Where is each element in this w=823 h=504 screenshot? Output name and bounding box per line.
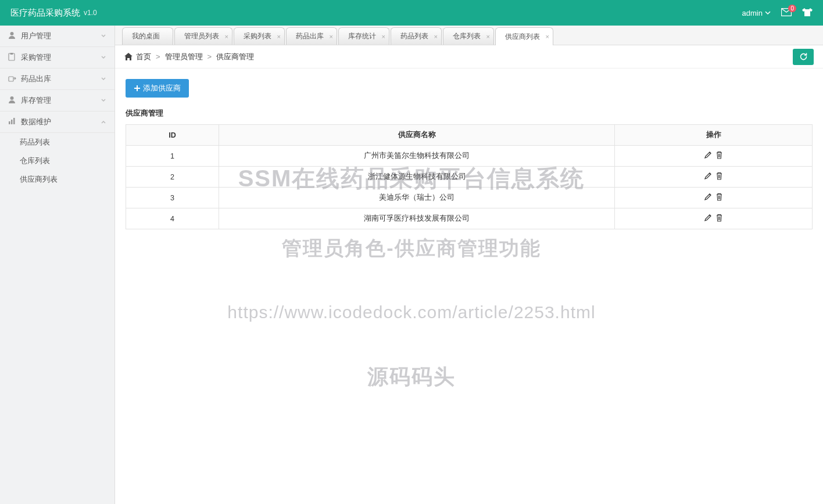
chart-icon	[8, 117, 19, 127]
tab-drug-list[interactable]: 药品列表×	[391, 27, 442, 45]
refresh-button[interactable]	[793, 49, 814, 65]
user-name: admin	[742, 9, 763, 17]
mail-button[interactable]: 0	[781, 8, 792, 18]
nav-drug-out[interactable]: 药品出库	[0, 69, 114, 90]
nav-label: 采购管理	[21, 52, 101, 63]
tshirt-icon	[802, 8, 813, 17]
mail-badge: 0	[788, 5, 796, 12]
content: 添加供应商 供应商管理 ID 供应商名称 操作 1广州市美笛尔生物科技有限公司2…	[115, 69, 823, 240]
edit-icon[interactable]	[704, 214, 712, 222]
close-icon[interactable]: ×	[434, 33, 438, 40]
tab-label: 库存统计	[348, 31, 376, 41]
sub-warehouse-list[interactable]: 仓库列表	[0, 152, 114, 170]
sub-drug-list[interactable]: 药品列表	[0, 133, 114, 152]
user-icon	[8, 31, 19, 41]
close-icon[interactable]: ×	[546, 33, 549, 40]
col-name: 供应商名称	[219, 125, 615, 146]
sidebar: 用户管理 采购管理 药品出库 库存管理 数据维护 药品列表 仓库列表 供应商列表	[0, 26, 115, 504]
tab-label: 管理员列表	[184, 31, 219, 41]
tab-stock-stat[interactable]: 库存统计×	[338, 27, 389, 45]
close-icon[interactable]: ×	[225, 33, 228, 40]
svg-rect-7	[11, 120, 13, 124]
clipboard-icon	[8, 53, 19, 63]
tab-label: 药品列表	[400, 31, 428, 41]
refresh-icon	[799, 52, 808, 61]
user-menu[interactable]: admin	[742, 9, 771, 17]
svg-point-1	[10, 32, 14, 35]
table-row: 4湖南可孚医疗科技发展有限公司	[126, 208, 813, 229]
table-row: 1广州市美笛尔生物科技有限公司	[126, 146, 813, 167]
nav-data-maint[interactable]: 数据维护	[0, 111, 114, 133]
plus-icon	[134, 85, 141, 92]
col-ops: 操作	[615, 125, 813, 146]
cell-id: 2	[126, 167, 219, 188]
add-supplier-button[interactable]: 添加供应商	[126, 79, 189, 98]
sub-supplier-list[interactable]: 供应商列表	[0, 170, 114, 189]
outbound-icon	[8, 75, 19, 84]
tab-warehouse-list[interactable]: 仓库列表×	[443, 27, 494, 45]
svg-rect-4	[9, 77, 13, 81]
nav-user-mgmt[interactable]: 用户管理	[0, 26, 114, 47]
cell-id: 1	[126, 146, 219, 167]
main-area: 我的桌面 管理员列表× 采购列表× 药品出库× 库存统计× 药品列表× 仓库列表…	[115, 26, 823, 504]
tab-admin-list[interactable]: 管理员列表×	[174, 27, 232, 45]
home-icon	[124, 53, 133, 60]
tab-desktop[interactable]: 我的桌面	[122, 27, 173, 45]
tab-label: 采购列表	[244, 31, 271, 41]
nav-label: 数据维护	[21, 117, 101, 127]
edit-icon[interactable]	[704, 151, 712, 159]
close-icon[interactable]: ×	[486, 33, 490, 40]
cell-id: 4	[126, 208, 219, 229]
chevron-down-icon	[101, 53, 106, 62]
crumb-mid[interactable]: 管理员管理	[165, 52, 203, 62]
user-icon	[8, 96, 19, 105]
tab-supplier-list[interactable]: 供应商列表×	[495, 27, 553, 45]
cell-name: 广州市美笛尔生物科技有限公司	[219, 146, 615, 167]
tab-label: 药品出库	[296, 31, 324, 41]
app-header: 医疗药品采购系统 v1.0 admin 0	[0, 0, 823, 26]
chevron-up-icon	[101, 118, 106, 127]
app-title: 医疗药品采购系统	[10, 8, 80, 19]
tab-label: 仓库列表	[453, 31, 481, 41]
edit-icon[interactable]	[704, 193, 712, 201]
cell-ops	[615, 146, 813, 167]
chevron-down-icon	[101, 75, 106, 84]
edit-icon[interactable]	[704, 172, 712, 180]
crumb-home[interactable]: 首页	[136, 52, 151, 62]
close-icon[interactable]: ×	[382, 33, 385, 40]
tab-drug-out[interactable]: 药品出库×	[286, 27, 337, 45]
table-row: 2浙江健体源生物科技有限公司	[126, 167, 813, 188]
trash-icon[interactable]	[715, 151, 723, 159]
svg-rect-3	[10, 53, 13, 55]
nav-purchase-mgmt[interactable]: 采购管理	[0, 47, 114, 69]
chevron-down-icon	[101, 96, 106, 105]
cell-name: 浙江健体源生物科技有限公司	[219, 167, 615, 188]
nav-stock-mgmt[interactable]: 库存管理	[0, 90, 114, 111]
cell-ops	[615, 208, 813, 229]
panel-title: 供应商管理	[126, 108, 813, 118]
cell-name: 湖南可孚医疗科技发展有限公司	[219, 208, 615, 229]
trash-icon[interactable]	[715, 193, 723, 201]
tab-purchase-list[interactable]: 采购列表×	[234, 27, 285, 45]
table-row: 3美迪乐华（瑞士）公司	[126, 188, 813, 208]
trash-icon[interactable]	[715, 214, 723, 222]
col-id: ID	[126, 125, 219, 146]
chevron-down-icon	[765, 10, 771, 16]
nav-label: 用户管理	[21, 31, 101, 41]
crumb-sep: >	[156, 52, 160, 61]
svg-point-5	[10, 96, 14, 100]
close-icon[interactable]: ×	[277, 33, 281, 40]
crumb-sep: >	[207, 52, 212, 61]
cell-ops	[615, 188, 813, 208]
close-icon[interactable]: ×	[330, 33, 333, 40]
svg-rect-8	[13, 118, 15, 124]
cell-name: 美迪乐华（瑞士）公司	[219, 188, 615, 208]
theme-button[interactable]	[802, 8, 813, 19]
crumb-leaf: 供应商管理	[216, 52, 254, 62]
tab-label: 供应商列表	[505, 32, 540, 42]
nav-label: 库存管理	[21, 95, 101, 106]
svg-rect-6	[9, 121, 10, 124]
cell-ops	[615, 167, 813, 188]
trash-icon[interactable]	[715, 172, 723, 180]
app-version: v1.0	[84, 9, 97, 17]
